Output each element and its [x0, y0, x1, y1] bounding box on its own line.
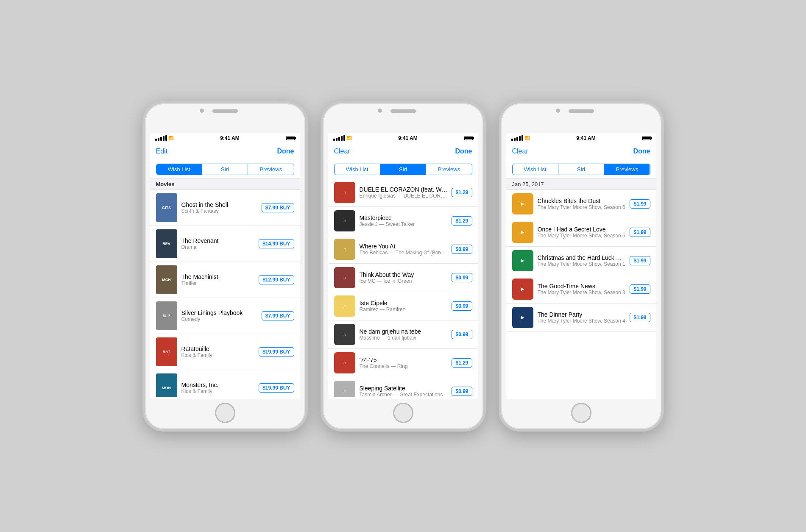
phone-1: 📶 9:41 AM Edit Done Wish List Siri Previ…: [142, 101, 308, 432]
item-thumb: ♫: [334, 239, 355, 260]
item-title: Silver Linings Playbook: [181, 309, 257, 316]
item-info: Masterpiece Jessie J — Sweet Talker: [360, 214, 448, 227]
item-subtitle: The Bohicas — The Making Of (Bonus Tra..…: [360, 250, 448, 256]
item-title: Once I Had a Secret Love: [538, 226, 626, 233]
price-button[interactable]: $1.29: [452, 188, 472, 197]
price-button[interactable]: $14.99 BUY: [259, 239, 294, 248]
item-info: The Revenant Drama: [181, 237, 255, 250]
price-button[interactable]: $1.99: [630, 256, 650, 265]
segment-siri-2[interactable]: Siri: [380, 164, 426, 175]
list-item: MON Monsters, Inc. Kids & Family $19.99 …: [150, 370, 300, 397]
signal-area-3: 📶: [511, 135, 530, 141]
battery-area-1: [286, 136, 295, 140]
segment-previews-2[interactable]: Previews: [426, 164, 471, 175]
item-info: Once I Had a Secret Love The Mary Tyler …: [538, 226, 626, 239]
status-time-2: 9:41 AM: [398, 135, 418, 141]
price-button[interactable]: $0.99: [452, 330, 472, 339]
status-bar-2: 📶 9:41 AM: [328, 133, 478, 143]
item-subtitle: Ice MC — Ice 'n' Green: [360, 278, 448, 284]
price-button[interactable]: $19.99 BUY: [259, 383, 294, 393]
item-info: Ratatouille Kids & Family: [181, 345, 255, 358]
list-item: RAT Ratatouille Kids & Family $19.99 BUY: [150, 334, 300, 370]
done-button-3[interactable]: Done: [633, 148, 650, 155]
phone-1-screen: 📶 9:41 AM Edit Done Wish List Siri Previ…: [150, 133, 300, 399]
price-button[interactable]: $12.99 BUY: [259, 275, 294, 284]
item-title: Sleeping Satellite: [360, 385, 448, 392]
item-title: Iste Cipele: [360, 300, 448, 306]
status-bar-1: 📶 9:41 AM: [150, 133, 300, 143]
list-item: ▶ The Good-Time News The Mary Tyler Moor…: [506, 275, 656, 304]
item-subtitle: Kids & Family: [181, 352, 255, 358]
price-button[interactable]: $1.29: [452, 358, 472, 368]
clear-button-3[interactable]: Clear: [512, 148, 528, 155]
segment-previews-1[interactable]: Previews: [248, 164, 293, 175]
item-info: '74-'75 The Connells — Ring: [360, 357, 448, 369]
phone-2: 📶 9:41 AM Clear Done Wish List Siri Prev…: [321, 101, 486, 432]
segment-wishlist-3[interactable]: Wish List: [513, 164, 558, 175]
item-thumb: REV: [156, 229, 177, 258]
segment-bar-1: Wish List Siri Previews: [150, 160, 300, 178]
item-title: Ratatouille: [181, 345, 255, 352]
item-subtitle: Jessie J — Sweet Talker: [360, 221, 448, 227]
item-title: The Revenant: [181, 237, 255, 244]
content-scroll-3[interactable]: Jan 25, 2017 ▶ Chuckles Bites the Dust T…: [506, 178, 656, 397]
content-scroll-1[interactable]: Movies GITS Ghost in the Shell Sci-Fi & …: [150, 178, 300, 397]
item-info: Sleeping Satellite Tasmin Archer — Great…: [360, 385, 448, 397]
item-subtitle: The Mary Tyler Moore Show, Season 4: [538, 318, 626, 324]
price-button[interactable]: $19.99 BUY: [259, 347, 294, 357]
item-title: Ghost in the Shell: [181, 201, 257, 208]
item-title: '74-'75: [360, 357, 448, 363]
item-info: The Machinist Thriller: [181, 273, 255, 286]
segment-siri-1[interactable]: Siri: [202, 164, 248, 175]
item-thumb: ▶: [512, 193, 533, 214]
item-thumb: MON: [156, 373, 177, 397]
price-button[interactable]: $0.99: [452, 245, 472, 254]
clear-button-2[interactable]: Clear: [334, 148, 350, 155]
item-thumb: ▶: [512, 250, 533, 271]
price-button[interactable]: $7.99 BUY: [262, 203, 294, 212]
home-button-2[interactable]: [393, 403, 413, 423]
list-item: ♫ Ne dam grijehu na tebe Massimo — 1 dan…: [328, 320, 478, 349]
item-thumb: ♫: [334, 210, 355, 231]
item-info: DUELE EL CORAZON (feat. Wisin) Enrique I…: [360, 186, 448, 199]
price-button[interactable]: $1.99: [630, 199, 650, 209]
list-item: SLP Silver Linings Playbook Comedy $7.99…: [150, 298, 300, 334]
item-subtitle: Kids & Family: [181, 388, 255, 394]
item-info: Ne dam grijehu na tebe Massimo — 1 dan l…: [360, 328, 448, 341]
price-button[interactable]: $0.99: [452, 387, 472, 396]
status-bar-3: 📶 9:41 AM: [506, 133, 656, 143]
content-scroll-2[interactable]: ♫ DUELE EL CORAZON (feat. Wisin) Enrique…: [328, 178, 478, 397]
price-button[interactable]: $1.99: [630, 313, 650, 322]
segment-previews-3[interactable]: Previews: [604, 164, 650, 175]
list-item: ♫ Iste Cipele Ramirez — Ramirez $0.99: [328, 292, 478, 320]
item-thumb: ♫: [334, 324, 355, 345]
segment-siri-3[interactable]: Siri: [558, 164, 604, 175]
price-button[interactable]: $0.99: [452, 301, 472, 311]
item-info: Monsters, Inc. Kids & Family: [181, 382, 255, 394]
edit-button[interactable]: Edit: [156, 148, 168, 155]
segment-wishlist-1[interactable]: Wish List: [156, 164, 202, 175]
segment-wishlist-2[interactable]: Wish List: [335, 164, 380, 175]
battery-icon-2: [464, 136, 473, 140]
price-button[interactable]: $7.99 BUY: [262, 311, 294, 320]
signal-area-2: 📶: [333, 135, 351, 141]
done-button-2[interactable]: Done: [455, 148, 472, 155]
item-title: Chuckles Bites the Dust: [538, 198, 626, 204]
battery-icon-1: [286, 136, 295, 140]
done-button-1[interactable]: Done: [277, 148, 294, 155]
list-item: ♫ Where You At The Bohicas — The Making …: [328, 235, 478, 264]
segment-bar-2: Wish List Siri Previews: [328, 160, 478, 178]
phone-3-screen: 📶 9:41 AM Clear Done Wish List Siri Prev…: [506, 133, 656, 399]
home-button-1[interactable]: [215, 403, 235, 423]
home-button-3[interactable]: [571, 403, 591, 423]
price-button[interactable]: $1.99: [630, 284, 650, 294]
price-button[interactable]: $1.29: [452, 216, 472, 226]
price-button[interactable]: $0.99: [452, 273, 472, 282]
item-subtitle: Sci-Fi & Fantasy: [181, 208, 257, 214]
list-item: ▶ Once I Had a Secret Love The Mary Tyle…: [506, 218, 656, 247]
item-info: Chuckles Bites the Dust The Mary Tyler M…: [538, 198, 626, 210]
price-button[interactable]: $1.99: [630, 228, 650, 237]
phone-3: 📶 9:41 AM Clear Done Wish List Siri Prev…: [499, 101, 664, 432]
item-subtitle: Ramirez — Ramirez: [360, 306, 448, 312]
signal-dots-3: [511, 135, 523, 141]
